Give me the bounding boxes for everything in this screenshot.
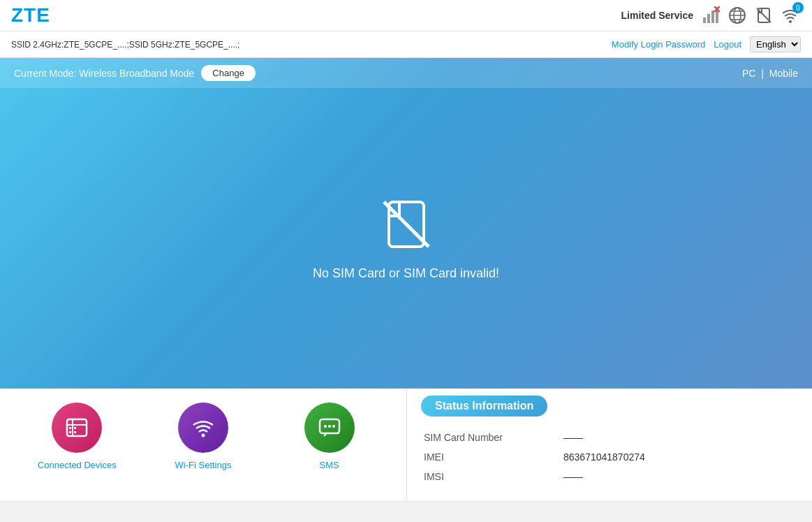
- svg-line-15: [384, 202, 429, 247]
- sim-card-number-label: SIM Card Number: [421, 428, 561, 447]
- connected-devices-button[interactable]: [52, 403, 102, 453]
- connected-devices-label: Connected Devices: [38, 460, 117, 470]
- svg-rect-21: [74, 427, 76, 429]
- main-banner: Current Mode: Wireless Broadband Mode Ch…: [0, 58, 812, 389]
- sim-card-number-row: SIM Card Number ——: [421, 428, 798, 447]
- status-information-badge: Status Information: [421, 396, 547, 416]
- svg-rect-2: [711, 10, 714, 23]
- svg-rect-20: [69, 431, 71, 433]
- modify-password-link[interactable]: Modify Login Password: [612, 39, 705, 50]
- svg-point-27: [332, 425, 335, 428]
- svg-rect-0: [703, 17, 706, 23]
- header-right: Limited Service: [621, 5, 802, 26]
- limited-service-label: Limited Service: [621, 10, 694, 21]
- mobile-view-link[interactable]: Mobile: [769, 68, 798, 79]
- sub-header: SSID 2.4GHz:ZTE_5GCPE_....;SSID 5GHz:ZTE…: [0, 31, 812, 58]
- change-mode-button[interactable]: Change: [201, 65, 256, 81]
- imsi-label: IMSI: [421, 467, 561, 486]
- no-sim-message: No SIM Card or SIM Card invalid!: [313, 266, 499, 281]
- imei-value: 863671041870274: [561, 447, 798, 467]
- nav-links: Modify Login Password Logout English 中文: [612, 36, 801, 52]
- logout-link[interactable]: Logout: [714, 39, 741, 50]
- globe-icon: [727, 5, 748, 26]
- wifi-icon: 0: [780, 5, 801, 26]
- svg-point-25: [324, 425, 327, 428]
- zte-logo: ZTE: [11, 4, 50, 27]
- wifi-badge: 0: [792, 2, 804, 13]
- wifi-settings-label: Wi-Fi Settings: [175, 460, 232, 470]
- svg-rect-1: [707, 14, 710, 23]
- status-table: SIM Card Number —— IMEI 863671041870274 …: [421, 428, 798, 486]
- device-shortcuts: Connected Devices Wi-Fi Settings: [0, 389, 407, 500]
- signal-icon: [700, 5, 721, 26]
- sms-button[interactable]: [304, 403, 355, 453]
- view-toggle: PC | Mobile: [742, 68, 798, 79]
- sms-label: SMS: [320, 460, 339, 470]
- svg-rect-19: [69, 427, 71, 429]
- status-panel: Status Information SIM Card Number —— IM…: [407, 389, 812, 500]
- header-icons: 0: [700, 5, 801, 26]
- no-sim-icon: [378, 196, 434, 252]
- svg-rect-22: [74, 431, 76, 433]
- bottom-section: Connected Devices Wi-Fi Settings: [0, 389, 812, 500]
- svg-point-23: [202, 434, 205, 437]
- svg-point-26: [328, 425, 331, 428]
- main-header: ZTE Limited Service: [0, 0, 812, 31]
- pc-view-link[interactable]: PC: [742, 68, 755, 79]
- language-select[interactable]: English 中文: [750, 36, 801, 52]
- svg-point-13: [789, 20, 792, 23]
- connected-devices-item: Connected Devices: [14, 403, 140, 486]
- wifi-settings-item: Wi-Fi Settings: [140, 403, 267, 486]
- imsi-value: ——: [561, 467, 798, 486]
- imei-label: IMEI: [421, 447, 561, 467]
- wifi-settings-button[interactable]: [178, 403, 228, 453]
- imsi-row: IMSI ——: [421, 467, 798, 486]
- sim-status-icon: [753, 5, 774, 26]
- separator: |: [761, 68, 764, 79]
- banner-content: No SIM Card or SIM Card invalid!: [0, 88, 812, 389]
- ssid-info: SSID 2.4GHz:ZTE_5GCPE_....;SSID 5GHz:ZTE…: [11, 40, 612, 50]
- mode-bar: Current Mode: Wireless Broadband Mode Ch…: [0, 58, 812, 88]
- sim-card-number-value: ——: [561, 428, 798, 447]
- imei-row: IMEI 863671041870274: [421, 447, 798, 467]
- sms-item: SMS: [266, 403, 392, 486]
- mode-label: Current Mode: Wireless Broadband Mode: [14, 68, 194, 79]
